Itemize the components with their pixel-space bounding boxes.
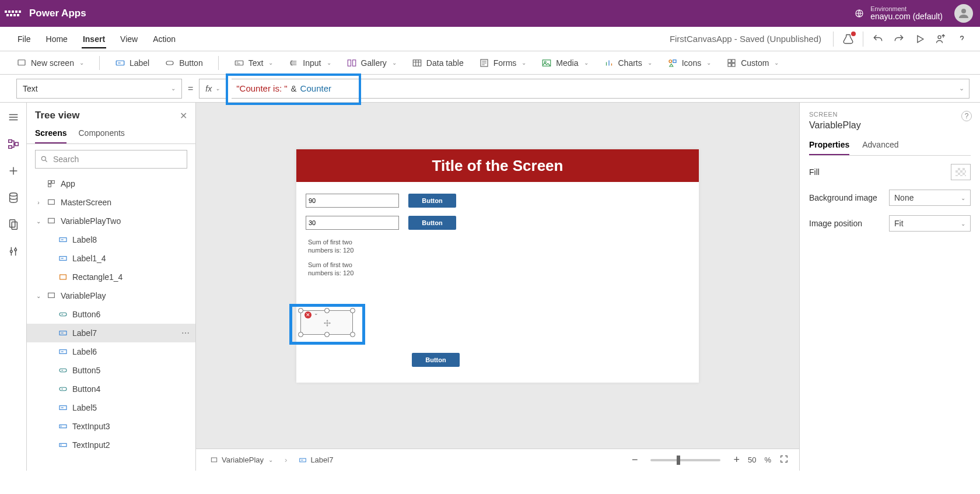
insert-datatable-button[interactable]: Data table (412, 58, 464, 68)
app-launcher-icon[interactable] (4, 4, 22, 23)
svg-point-26 (14, 248, 16, 251)
selection-highlight: ✕ ⌄ (289, 304, 365, 345)
svg-point-22 (9, 193, 17, 197)
svg-rect-8 (352, 59, 355, 66)
insert-forms-button[interactable]: Forms⌄ (479, 58, 527, 68)
menu-file[interactable]: File (16, 30, 32, 48)
tree-node-variableplaytwo[interactable]: ⌄VariablePlayTwo (27, 212, 195, 230)
insert-custom-button[interactable]: Custom⌄ (726, 58, 779, 68)
tree-node-app[interactable]: App (27, 174, 195, 193)
tree-search-input[interactable]: Search (35, 150, 187, 169)
tree-node-button6[interactable]: Button6 (27, 305, 195, 324)
tree-node-label7[interactable]: Label7⋯ (27, 324, 195, 342)
zoom-slider[interactable] (650, 459, 720, 461)
insert-charts-button[interactable]: Charts⌄ (604, 58, 652, 68)
tree-node-label5[interactable]: Label5 (27, 398, 195, 417)
tree-node-button4[interactable]: Button4 (27, 380, 195, 398)
canvas-button-2[interactable]: Button (408, 216, 456, 230)
tree-node-label8[interactable]: Label8 (27, 230, 195, 249)
insert-icons-button[interactable]: Icons⌄ (667, 58, 711, 68)
canvas-button-1[interactable]: Button (408, 194, 456, 208)
tree-close-icon[interactable]: ✕ (180, 110, 187, 121)
svg-rect-29 (52, 181, 55, 184)
props-object-name: VariablePlay (809, 120, 971, 131)
advanced-tools-icon[interactable] (7, 245, 20, 258)
button-icon (58, 384, 68, 394)
tree-node-label6[interactable]: Label6 (27, 342, 195, 361)
tree-node-textinput3[interactable]: TextInput3 (27, 417, 195, 436)
formula-expand-icon[interactable]: ⌄ (959, 85, 964, 92)
tree-node-button5[interactable]: Button5 (27, 361, 195, 380)
node-more-icon[interactable]: ⋯ (181, 328, 190, 338)
user-avatar[interactable] (954, 4, 973, 23)
tree-node-label1_4[interactable]: Label1_4 (27, 249, 195, 268)
redo-icon[interactable] (892, 33, 905, 45)
tree-node-rectangle1_4[interactable]: Rectangle1_4 (27, 268, 195, 286)
search-icon (40, 155, 48, 163)
property-selector[interactable]: Text⌄ (16, 79, 182, 99)
breadcrumb-screen[interactable]: VariablePlay⌄ (206, 454, 276, 465)
tree-view-icon[interactable] (7, 138, 20, 150)
error-indicator-icon[interactable]: ✕ (304, 311, 312, 318)
environment-picker[interactable]: Environment enayu.com (default) (854, 5, 943, 21)
equals-sign: = (188, 83, 193, 94)
panel-help-icon[interactable]: ? (961, 111, 972, 121)
tree-tab-screens[interactable]: Screens (35, 125, 66, 143)
selected-label7[interactable]: ✕ ⌄ (300, 310, 353, 335)
menu-home[interactable]: Home (45, 30, 69, 48)
selection-menu-icon[interactable]: ⌄ (314, 310, 318, 316)
play-icon[interactable] (914, 33, 926, 45)
share-icon[interactable] (935, 33, 947, 45)
insert-text-button[interactable]: Text⌄ (234, 58, 274, 68)
insert-gallery-button[interactable]: Gallery⌄ (346, 58, 397, 68)
prop-fill-swatch[interactable] (951, 164, 971, 180)
svg-rect-14 (673, 59, 676, 62)
new-screen-button[interactable]: New screen⌄ (16, 58, 84, 68)
prop-fill-label: Fill (809, 167, 820, 177)
svg-rect-23 (9, 220, 15, 227)
menu-view[interactable]: View (119, 30, 139, 48)
svg-rect-6 (235, 61, 243, 65)
tree-tab-components[interactable]: Components (78, 125, 124, 143)
canvas-screen[interactable]: Title of the Screen Button Button Sum of… (296, 149, 699, 383)
menu-insert[interactable]: Insert (82, 30, 106, 48)
insert-button-button[interactable]: Button (164, 58, 202, 68)
undo-icon[interactable] (872, 33, 884, 45)
breadcrumb-element[interactable]: Label7 (295, 454, 337, 465)
data-pane-icon[interactable] (7, 191, 20, 204)
formula-input[interactable]: "Counter is: " & Counter ⌄ (232, 79, 970, 99)
insert-input-button[interactable]: Input⌄ (288, 58, 331, 68)
insert-label-button[interactable]: Label (115, 58, 149, 68)
tree-node-textinput2[interactable]: TextInput2 (27, 436, 195, 454)
canvas-textinput-2[interactable] (306, 216, 399, 230)
label-icon (58, 347, 68, 356)
tree-node-variableplay[interactable]: ⌄VariablePlay (27, 286, 195, 305)
prop-imgpos-select[interactable]: Fit⌄ (889, 215, 971, 232)
media-pane-icon[interactable] (7, 218, 20, 231)
rect-icon (58, 272, 68, 282)
design-canvas[interactable]: Title of the Screen Button Button Sum of… (196, 103, 799, 449)
environment-icon (854, 8, 864, 19)
insert-media-button[interactable]: Media⌄ (541, 58, 588, 68)
canvas-button-3[interactable]: Button (412, 353, 460, 367)
label-icon (58, 328, 68, 338)
prop-bgimage-select[interactable]: None⌄ (889, 190, 971, 206)
fit-to-screen-icon[interactable] (779, 454, 789, 465)
app-checker-icon[interactable] (842, 33, 855, 45)
insert-pane-icon[interactable] (7, 164, 20, 177)
tree-node-masterscreen[interactable]: ›MasterScreen (27, 193, 195, 212)
canvas-footer: VariablePlay⌄ › Label7 − + 50 % (196, 449, 799, 471)
zoom-out-button[interactable]: − (632, 454, 638, 466)
environment-label: Environment (870, 5, 943, 12)
fx-label[interactable]: fx⌄ (199, 79, 226, 99)
canvas-textinput-1[interactable] (306, 194, 399, 208)
svg-rect-16 (732, 59, 735, 62)
canvas-sum-label-1: Sum of first two numbers is: 120 (308, 238, 372, 255)
zoom-in-button[interactable]: + (733, 454, 740, 466)
svg-point-1 (961, 9, 966, 13)
props-tab-properties[interactable]: Properties (809, 136, 849, 155)
hamburger-icon[interactable] (7, 111, 20, 124)
props-tab-advanced[interactable]: Advanced (862, 136, 898, 155)
menu-action[interactable]: Action (152, 30, 177, 48)
help-icon[interactable] (956, 33, 968, 45)
